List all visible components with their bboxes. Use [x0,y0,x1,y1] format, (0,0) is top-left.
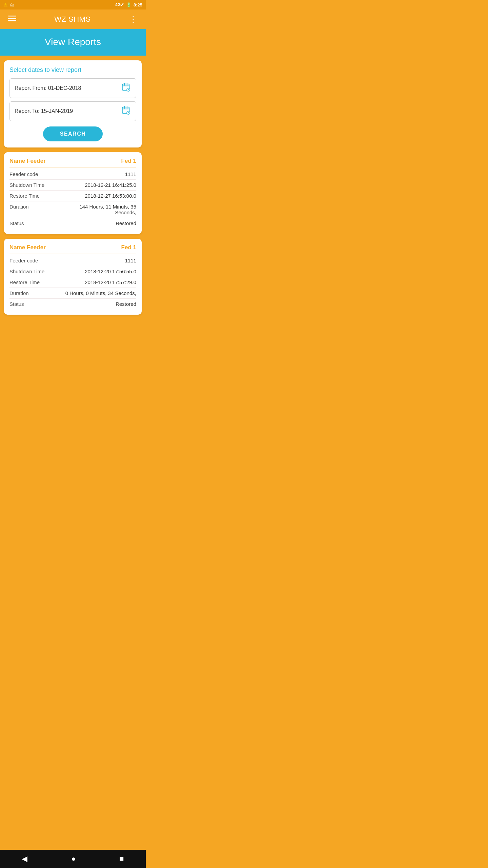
report-row-1-1: Feeder code1111 [9,169,136,180]
status-bar: ⚠ 🗂 4G✗ 🔋 8:25 [0,0,146,9]
calendar-to-icon [122,106,131,117]
vertical-dots-icon: ⋮ [129,15,138,24]
report-from-text: Report From: 01-DEC-2018 [15,85,81,91]
menu-button[interactable] [5,12,19,27]
page-title: View Reports [45,37,101,47]
report-row-2-5: StatusRestored [9,299,136,309]
report-row-value-2-2: 2018-12-20 17:56:55.0 [85,269,136,274]
report-row-value-1-3: 2018-12-27 16:53:00.0 [85,193,136,199]
signal-icon: 4G✗ [115,2,124,7]
report-to-text: Report To: 15-JAN-2019 [15,108,73,114]
report-card-1: Name FeederFed 1Feeder code1111Shutdown … [4,152,142,234]
recent-apps-button[interactable]: ■ [113,851,130,867]
recent-apps-square-icon: ■ [119,854,124,863]
report-row-1-5: StatusRestored [9,218,136,229]
report-name-label-2: Name Feeder [9,244,46,251]
report-row-2-4: Duration0 Hours, 0 Minuts, 34 Seconds, [9,288,136,299]
header-banner: View Reports [0,29,146,56]
report-row-label-1-3: Restore Time [9,193,40,199]
report-row-value-2-3: 2018-12-20 17:57:29.0 [85,279,136,285]
report-row-value-1-2: 2018-12-21 16:41:25.0 [85,182,136,188]
report-name-value-2: Fed 1 [121,244,136,251]
app-bar: WZ SHMS ⋮ [0,9,146,29]
main-content: Select dates to view report Report From:… [0,56,146,850]
report-row-label-1-2: Shutdown Time [9,182,44,188]
back-button[interactable]: ◀ [15,851,34,867]
report-row-value-2-5: Restored [116,301,136,307]
warning-icon: ⚠ [3,2,8,7]
back-arrow-icon: ◀ [22,854,27,863]
report-row-2-3: Restore Time2018-12-20 17:57:29.0 [9,277,136,288]
report-row-value-1-1: 1111 [125,171,136,177]
report-row-label-2-3: Restore Time [9,279,40,285]
clock: 8:25 [134,2,142,7]
report-from-field[interactable]: Report From: 01-DEC-2018 [9,78,136,98]
report-row-value-1-4: 144 Hours, 11 Minuts, 35 Seconds, [60,204,136,215]
date-selector-card: Select dates to view report Report From:… [4,60,142,147]
report-to-field[interactable]: Report To: 15-JAN-2019 [9,101,136,121]
home-circle-icon: ● [71,854,76,863]
svg-rect-0 [8,16,16,17]
home-button[interactable]: ● [64,851,82,867]
report-card-2: Name FeederFed 1Feeder code1111Shutdown … [4,239,142,315]
report-row-label-1-5: Status [9,220,24,226]
report-name-value-1: Fed 1 [121,158,136,164]
report-row-label-1-1: Feeder code [9,171,38,177]
report-row-1-3: Restore Time2018-12-27 16:53:00.0 [9,191,136,201]
status-bar-right: 4G✗ 🔋 8:25 [115,2,142,7]
report-row-value-2-4: 0 Hours, 0 Minuts, 34 Seconds, [65,290,136,296]
report-row-2-1: Feeder code1111 [9,255,136,266]
report-row-2-2: Shutdown Time2018-12-20 17:56:55.0 [9,266,136,277]
report-row-label-2-2: Shutdown Time [9,269,44,274]
bottom-nav: ◀ ● ■ [0,850,146,868]
report-row-label-2-4: Duration [9,290,29,296]
report-header-row-2: Name FeederFed 1 [9,244,136,254]
section-label: Select dates to view report [9,66,136,74]
status-bar-left: ⚠ 🗂 [3,2,14,7]
report-row-value-1-5: Restored [116,220,136,226]
report-name-label-1: Name Feeder [9,158,46,164]
report-row-label-2-1: Feeder code [9,258,38,263]
report-header-row-1: Name FeederFed 1 [9,158,136,167]
svg-rect-2 [8,20,16,21]
report-row-1-2: Shutdown Time2018-12-21 16:41:25.0 [9,180,136,191]
report-row-label-1-4: Duration [9,204,29,210]
report-row-label-2-5: Status [9,301,24,307]
sd-card-icon: 🗂 [10,2,14,7]
battery-icon: 🔋 [126,2,131,7]
report-row-1-4: Duration144 Hours, 11 Minuts, 35 Seconds… [9,201,136,218]
search-button[interactable]: SEARCH [43,126,103,141]
calendar-from-icon [122,83,131,94]
svg-rect-1 [8,18,16,19]
report-cards-container: Name FeederFed 1Feeder code1111Shutdown … [4,152,142,315]
hamburger-icon [8,14,16,24]
app-title: WZ SHMS [54,15,90,24]
report-row-value-2-1: 1111 [125,258,136,263]
more-options-button[interactable]: ⋮ [126,12,140,26]
